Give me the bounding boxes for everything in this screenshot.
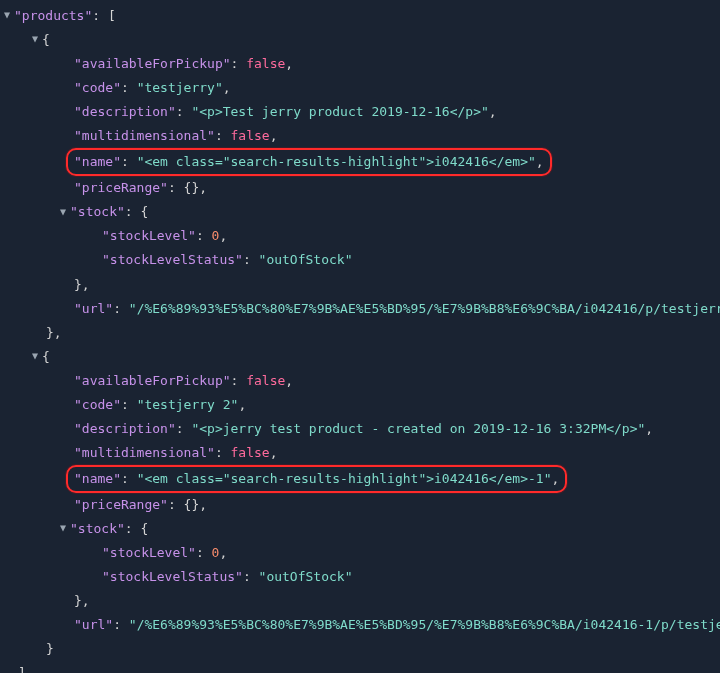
- key-label: stockLevel: [110, 545, 188, 560]
- json-value: false: [246, 56, 285, 71]
- key-label: url: [82, 617, 105, 632]
- json-row[interactable]: "priceRange": {},: [4, 176, 716, 200]
- json-value: <em class="search-results-highlight">i04…: [144, 154, 528, 169]
- json-row[interactable]: "availableForPickup": false,: [4, 52, 716, 76]
- key-label: stock: [78, 521, 117, 536]
- json-value: /%E6%89%93%E5%BC%80%E7%9B%AE%E5%BD%95/%E…: [137, 301, 720, 316]
- key-label: name: [82, 471, 113, 486]
- key-label: availableForPickup: [82, 373, 223, 388]
- json-row[interactable]: "multidimensional": false,: [4, 124, 716, 148]
- json-row[interactable]: },: [4, 321, 716, 345]
- expand-toggle-icon[interactable]: ▼: [32, 347, 42, 366]
- key-label: stockLevel: [110, 228, 188, 243]
- json-value: false: [246, 373, 285, 388]
- json-value: /%E6%89%93%E5%BC%80%E7%9B%AE%E5%BD%95/%E…: [137, 617, 720, 632]
- json-value: outOfStock: [266, 252, 344, 267]
- json-value: testjerry 2: [144, 397, 230, 412]
- json-value: <em class="search-results-highlight">i04…: [144, 471, 543, 486]
- key-label: description: [82, 421, 168, 436]
- key-label: multidimensional: [82, 445, 207, 460]
- highlighted-row[interactable]: "name": "<em class="search-results-highl…: [4, 148, 716, 176]
- json-value: {}: [184, 180, 200, 195]
- key-label: code: [82, 80, 113, 95]
- json-row[interactable]: ▼"stock": {: [4, 517, 716, 541]
- json-value: outOfStock: [266, 569, 344, 584]
- expand-toggle-icon[interactable]: ▼: [4, 6, 14, 25]
- key-label: priceRange: [82, 180, 160, 195]
- key-label: multidimensional: [82, 128, 207, 143]
- json-row[interactable]: },: [4, 589, 716, 613]
- json-value: {}: [184, 497, 200, 512]
- json-viewer: ▼"products": [ ▼{ "availableForPickup": …: [0, 0, 720, 673]
- json-row[interactable]: }: [4, 637, 716, 661]
- json-row[interactable]: "url": "/%E6%89%93%E5%BC%80%E7%9B%AE%E5%…: [4, 297, 716, 321]
- key-label: stockLevelStatus: [110, 252, 235, 267]
- expand-toggle-icon[interactable]: ▼: [60, 519, 70, 538]
- json-row[interactable]: },: [4, 273, 716, 297]
- json-value: <p>jerry test product - created on 2019-…: [199, 421, 637, 436]
- json-value: false: [231, 445, 270, 460]
- json-row[interactable]: "multidimensional": false,: [4, 441, 716, 465]
- json-row[interactable]: "stockLevel": 0,: [4, 224, 716, 248]
- json-value: <p>Test jerry product 2019-12-16</p>: [199, 104, 481, 119]
- json-row[interactable]: "url": "/%E6%89%93%E5%BC%80%E7%9B%AE%E5%…: [4, 613, 716, 637]
- highlight-box: "name": "<em class="search-results-highl…: [66, 148, 552, 176]
- expand-toggle-icon[interactable]: ▼: [32, 30, 42, 49]
- json-row[interactable]: ▼"products": [: [4, 4, 716, 28]
- key-label: stockLevelStatus: [110, 569, 235, 584]
- key-label: availableForPickup: [82, 56, 223, 71]
- json-row[interactable]: ▼{: [4, 28, 716, 52]
- highlighted-row[interactable]: "name": "<em class="search-results-highl…: [4, 465, 716, 493]
- json-value: testjerry: [144, 80, 214, 95]
- json-row[interactable]: "stockLevelStatus": "outOfStock": [4, 565, 716, 589]
- json-row[interactable]: "stockLevelStatus": "outOfStock": [4, 248, 716, 272]
- json-value: false: [231, 128, 270, 143]
- highlight-box: "name": "<em class="search-results-highl…: [66, 465, 567, 493]
- key-label: code: [82, 397, 113, 412]
- key-label: stock: [78, 204, 117, 219]
- root-key: products: [22, 8, 85, 23]
- key-label: priceRange: [82, 497, 160, 512]
- json-row[interactable]: "code": "testjerry",: [4, 76, 716, 100]
- json-row[interactable]: "code": "testjerry 2",: [4, 393, 716, 417]
- json-row[interactable]: ▼{: [4, 345, 716, 369]
- json-row[interactable]: "stockLevel": 0,: [4, 541, 716, 565]
- json-row[interactable]: ],: [4, 661, 716, 673]
- json-row[interactable]: ▼"stock": {: [4, 200, 716, 224]
- json-row[interactable]: "description": "<p>jerry test product - …: [4, 417, 716, 441]
- json-row[interactable]: "availableForPickup": false,: [4, 369, 716, 393]
- key-label: url: [82, 301, 105, 316]
- json-row[interactable]: "priceRange": {},: [4, 493, 716, 517]
- key-label: description: [82, 104, 168, 119]
- expand-toggle-icon[interactable]: ▼: [60, 203, 70, 222]
- json-row[interactable]: "description": "<p>Test jerry product 20…: [4, 100, 716, 124]
- key-label: name: [82, 154, 113, 169]
